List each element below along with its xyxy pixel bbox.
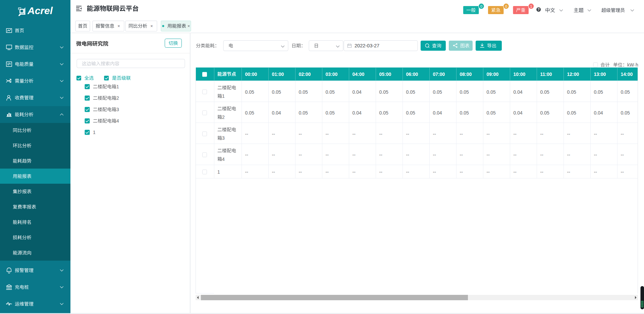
svg-text:--: -- <box>406 152 410 158</box>
svg-text:--: -- <box>272 131 275 137</box>
svg-text:--: -- <box>326 131 329 137</box>
svg-text:0.05: 0.05 <box>567 110 576 116</box>
svg-text:--: -- <box>245 131 249 137</box>
svg-text:0.05: 0.05 <box>245 89 254 95</box>
svg-text:0.05: 0.05 <box>299 89 308 95</box>
svg-text:0.04: 0.04 <box>353 89 362 95</box>
svg-text:--: -- <box>567 152 571 158</box>
svg-text:1: 1 <box>93 130 96 135</box>
svg-text:Acrel: Acrel <box>27 5 53 16</box>
svg-text:0.05: 0.05 <box>433 89 442 95</box>
svg-text:0.05: 0.05 <box>567 89 576 95</box>
svg-text:--: -- <box>621 152 624 158</box>
svg-text:0.05: 0.05 <box>326 110 335 116</box>
svg-text:3: 3 <box>116 107 119 112</box>
svg-text:0.05: 0.05 <box>594 89 603 95</box>
svg-text:0.04: 0.04 <box>272 110 281 116</box>
svg-text:--: -- <box>540 131 544 137</box>
svg-text:--: -- <box>621 131 624 137</box>
svg-text:1: 1 <box>116 84 119 89</box>
svg-text:0.05: 0.05 <box>299 110 308 116</box>
svg-text:0.04: 0.04 <box>514 110 523 116</box>
svg-text:06:00: 06:00 <box>406 72 418 77</box>
svg-text:04:00: 04:00 <box>353 72 365 77</box>
svg-text:--: -- <box>353 169 356 175</box>
svg-text:--: -- <box>540 169 544 175</box>
svg-text:0.04: 0.04 <box>594 110 603 116</box>
svg-text:--: -- <box>406 131 410 137</box>
svg-text:--: -- <box>514 169 517 175</box>
svg-text:02:00: 02:00 <box>299 72 311 77</box>
svg-text:1: 1 <box>530 4 532 8</box>
svg-text:--: -- <box>379 131 383 137</box>
svg-text:08:00: 08:00 <box>460 72 472 77</box>
svg-text:×: × <box>187 24 190 29</box>
svg-text:--: -- <box>594 152 597 158</box>
svg-text:12:00: 12:00 <box>567 72 579 77</box>
svg-text:0: 0 <box>505 4 507 8</box>
svg-text:0.05: 0.05 <box>272 89 281 95</box>
svg-text:--: -- <box>272 152 275 158</box>
svg-text:--: -- <box>326 169 329 175</box>
svg-text:10:00: 10:00 <box>514 72 526 77</box>
svg-text:--: -- <box>299 131 302 137</box>
svg-text:--: -- <box>379 169 383 175</box>
svg-text:0.05: 0.05 <box>245 110 254 116</box>
svg-text:--: -- <box>433 169 436 175</box>
svg-text:0.04: 0.04 <box>433 110 442 116</box>
svg-text:3: 3 <box>222 135 225 141</box>
svg-text:--: -- <box>567 131 571 137</box>
svg-text:1: 1 <box>217 169 220 175</box>
svg-text:14:00: 14:00 <box>621 72 633 77</box>
svg-text:2022-03-27: 2022-03-27 <box>355 43 379 48</box>
svg-text:03:00: 03:00 <box>326 72 338 77</box>
svg-text:--: -- <box>245 152 249 158</box>
svg-text:--: -- <box>540 152 544 158</box>
svg-text:--: -- <box>514 131 517 137</box>
svg-text:--: -- <box>433 131 436 137</box>
svg-text:2: 2 <box>116 95 119 101</box>
svg-text:0.05: 0.05 <box>487 89 496 95</box>
svg-text:09:00: 09:00 <box>487 72 499 77</box>
svg-text:07:00: 07:00 <box>433 72 445 77</box>
svg-text:--: -- <box>460 152 463 158</box>
svg-text:--: -- <box>487 131 490 137</box>
svg-text:0.04: 0.04 <box>353 110 362 116</box>
svg-text:2: 2 <box>222 115 225 120</box>
svg-text:--: -- <box>379 152 383 158</box>
svg-text:01:00: 01:00 <box>272 72 284 77</box>
svg-text:0.05: 0.05 <box>406 89 415 95</box>
svg-text:--: -- <box>460 169 463 175</box>
svg-text:--: -- <box>433 152 436 158</box>
svg-text:0.05: 0.05 <box>379 110 388 116</box>
svg-text:×: × <box>150 24 153 29</box>
svg-text:1: 1 <box>222 93 225 99</box>
svg-text:0.05: 0.05 <box>406 110 415 116</box>
svg-text:4: 4 <box>222 156 225 162</box>
svg-text:00:00: 00:00 <box>245 72 257 77</box>
svg-text:×: × <box>117 24 120 29</box>
svg-text:kW·h: kW·h <box>627 62 638 68</box>
svg-text:--: -- <box>353 152 356 158</box>
svg-text:0.05: 0.05 <box>540 89 549 95</box>
svg-text:13:00: 13:00 <box>594 72 606 77</box>
svg-text:--: -- <box>621 169 624 175</box>
svg-text:--: -- <box>487 169 490 175</box>
svg-text:0.05: 0.05 <box>487 110 496 116</box>
svg-text:0.05: 0.05 <box>621 89 630 95</box>
svg-text:4: 4 <box>116 118 119 124</box>
svg-text:0.05: 0.05 <box>460 110 469 116</box>
svg-text:--: -- <box>245 169 249 175</box>
svg-text:0.05: 0.05 <box>621 110 630 116</box>
svg-text:--: -- <box>353 131 356 137</box>
svg-text:--: -- <box>460 131 463 137</box>
svg-text:--: -- <box>299 169 302 175</box>
svg-text:--: -- <box>594 131 597 137</box>
svg-text:0.05: 0.05 <box>540 110 549 116</box>
svg-text:0.04: 0.04 <box>514 89 523 95</box>
svg-text:--: -- <box>272 169 275 175</box>
svg-text:0.05: 0.05 <box>460 89 469 95</box>
svg-text:0.05: 0.05 <box>326 89 335 95</box>
svg-text:--: -- <box>594 169 597 175</box>
svg-text:--: -- <box>299 152 302 158</box>
